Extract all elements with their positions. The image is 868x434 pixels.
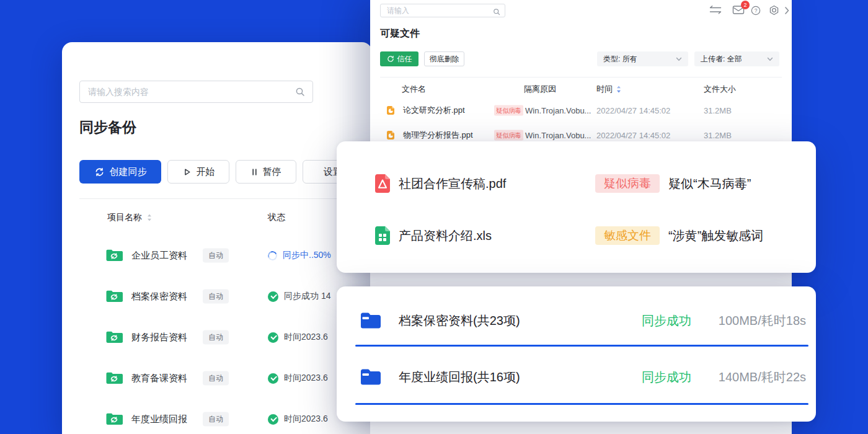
status-text: 时间2023.6 [284, 414, 328, 425]
column-header-status: 状态 [268, 212, 285, 223]
column-header-name[interactable]: 项目名称 [107, 212, 152, 223]
quarantine-reason: Win.Trojan.Vobu... [525, 106, 591, 115]
status-text: 同步成功 14 [284, 291, 330, 302]
table-row[interactable]: 企业员工资料自动同步中..50% [62, 235, 372, 276]
quarantine-time: 2022/04/27 14:45:02 [596, 131, 670, 140]
chevron-down-icon [767, 57, 773, 61]
project-name: 档案保密资料 [131, 291, 187, 303]
chevron-down-icon [676, 57, 682, 61]
card-row: 产品资料介绍.xls敏感文件“涉黄”触发敏感词 [337, 222, 816, 249]
virus-badge: 疑似病毒 [494, 105, 523, 116]
ppt-file-icon [386, 130, 396, 140]
folder-icon [360, 368, 382, 386]
sort-icon[interactable] [616, 86, 621, 93]
sync-folder-icon [105, 249, 123, 263]
uploader-filter[interactable]: 上传者: 全部 [694, 51, 779, 66]
auto-badge: 自动 [203, 330, 229, 345]
search-box[interactable] [79, 81, 313, 103]
auto-badge: 自动 [203, 290, 229, 304]
sync-icon [94, 167, 105, 177]
mail-icon[interactable]: 2 [732, 5, 745, 17]
divider [79, 198, 358, 199]
play-icon [182, 167, 192, 177]
search-icon[interactable] [493, 7, 500, 14]
chevron-right-icon[interactable] [784, 6, 789, 17]
status-spinner-icon [267, 249, 278, 261]
folder-name: 年度业绩回报(共16项) [399, 369, 520, 386]
auto-badge: 自动 [203, 412, 229, 427]
auto-badge: 自动 [203, 249, 229, 263]
folder-icon [360, 312, 382, 330]
table-row[interactable]: 年度业绩回报自动时间2023.6 [62, 399, 372, 434]
filename: 产品资料介绍.xls [399, 228, 492, 244]
status-check-icon [268, 373, 278, 384]
type-filter[interactable]: 类型: 所有 [597, 51, 688, 66]
filename: 论文研究分析.ppt [403, 105, 465, 116]
sync-result-card: 档案保密资料(共23项)同步成功100MB/耗时18s年度业绩回报(共16项)同… [337, 286, 816, 422]
status-text: 时间2023.6 [284, 373, 328, 384]
search-input[interactable] [80, 81, 312, 102]
virus-badge: 疑似病毒 [494, 130, 523, 141]
pdf-file-icon [372, 173, 393, 194]
filename: 社团合作宣传稿.pdf [399, 175, 506, 192]
sync-folder-icon [105, 412, 123, 427]
auto-badge: 自动 [203, 371, 229, 386]
sync-folder-icon [105, 290, 123, 304]
column-header-reason: 隔离原因 [524, 84, 556, 95]
sync-detail: 100MB/耗时18s [719, 312, 806, 329]
help-icon[interactable]: ? [751, 6, 761, 18]
ppt-file-icon [386, 105, 396, 115]
quarantine-rows: 论文研究分析.ppt疑似病毒Win.Trojan.Vobu...2022/04/… [370, 98, 792, 148]
progress-bar [355, 345, 808, 347]
card-row: 档案保密资料(共23项)同步成功100MB/耗时18s [337, 303, 816, 339]
pause-icon [251, 168, 258, 176]
pause-button[interactable]: 暂停 [236, 160, 296, 184]
project-name: 教育备课资料 [131, 373, 187, 384]
delete-button[interactable]: 彻底删除 [424, 51, 464, 66]
search-icon[interactable] [295, 87, 305, 97]
start-button[interactable]: 开始 [167, 160, 229, 184]
project-rows: 企业员工资料自动同步中..50%档案保密资料自动同步成功 14财务报告资料自动时… [62, 235, 372, 434]
file-size: 31.2MB [704, 131, 732, 140]
quarantine-reason: Win.Trojan.Vobu... [525, 131, 591, 140]
page-title: 可疑文件 [380, 27, 420, 40]
create-sync-button[interactable]: 创建同步 [79, 160, 161, 184]
status-check-icon [268, 332, 278, 343]
folder-name: 档案保密资料(共23项) [399, 312, 520, 329]
gear-icon[interactable] [769, 5, 779, 18]
risk-badge: 疑似病毒 [595, 174, 660, 193]
column-header-size: 文件大小 [704, 84, 736, 95]
sync-detail: 140MB/耗时22s [719, 369, 806, 386]
status-check-icon [268, 291, 278, 302]
sync-backup-panel: 同步备份 创建同步 开始 暂停 设置 项目名称 状态 [62, 42, 372, 434]
risk-badge: 敏感文件 [595, 226, 660, 245]
divider [380, 77, 782, 78]
card-row: 社团合作宣传稿.pdf疑似病毒疑似“木马病毒” [337, 170, 816, 197]
search-input[interactable] [381, 4, 505, 17]
filename: 物理学分析报告.ppt [403, 130, 473, 141]
status-text: 同步中..50% [283, 250, 331, 261]
swap-icon[interactable] [709, 5, 722, 17]
virus-detail-card: 社团合作宣传稿.pdf疑似病毒疑似“木马病毒”产品资料介绍.xls敏感文件“涉黄… [337, 141, 816, 273]
progress-bar [355, 403, 808, 405]
sync-folder-icon [105, 330, 123, 345]
column-header-time[interactable]: 时间 [596, 84, 621, 95]
table-row[interactable]: 教育备课资料自动时间2023.6 [62, 358, 372, 399]
sort-icon[interactable] [147, 214, 152, 221]
table-row[interactable]: 论文研究分析.ppt疑似病毒Win.Trojan.Vobu...2022/04/… [370, 98, 792, 123]
table-row[interactable]: 财务报告资料自动时间2023.6 [62, 317, 372, 358]
search-box[interactable] [380, 4, 505, 17]
status-text: 时间2023.6 [284, 332, 328, 343]
risk-description: 疑似“木马病毒” [668, 175, 751, 192]
project-name: 企业员工资料 [131, 250, 187, 262]
sync-status: 同步成功 [642, 312, 691, 329]
trust-button[interactable]: 信任 [380, 51, 418, 66]
project-name: 年度业绩回报 [131, 414, 187, 425]
file-size: 31.2MB [704, 106, 732, 115]
status-cell: 时间2023.6 [268, 414, 328, 425]
sync-folder-icon [105, 371, 123, 386]
status-cell: 时间2023.6 [268, 373, 328, 384]
status-cell: 时间2023.6 [268, 332, 328, 343]
card-row: 年度业绩回报(共16项)同步成功140MB/耗时22s [337, 359, 816, 395]
table-row[interactable]: 档案保密资料自动同步成功 14 [62, 276, 372, 317]
